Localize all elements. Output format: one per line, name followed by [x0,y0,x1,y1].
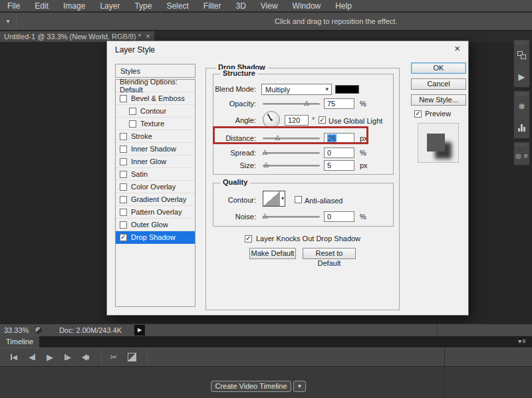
tab-timeline[interactable]: Timeline [0,336,39,348]
play-button[interactable]: ▶ [43,351,57,363]
spread-field[interactable]: 0 [324,148,354,158]
menu-filter[interactable]: Filter [196,1,229,11]
quality-legend: Quality [220,178,250,186]
histogram-panel-button[interactable] [514,117,529,138]
use-global-light-checkbox[interactable]: ✓ [319,116,326,124]
styles-item-inner-glow[interactable]: Inner Glow [116,155,195,168]
histogram-icon [518,124,525,132]
distance-row: Distance: △ 26 px [213,133,393,144]
status-flyout-button[interactable]: ▶ [134,325,145,336]
shadow-color-swatch[interactable] [335,85,359,94]
mute-audio-button[interactable] [78,351,93,363]
split-clip-button[interactable]: ✂ [106,351,121,363]
opacity-field[interactable]: 75 [324,98,354,109]
make-default-button[interactable]: Make Default [249,248,296,259]
checkbox[interactable] [120,158,127,165]
previous-frame-button[interactable]: ◀ [25,351,39,363]
preview-checkbox[interactable]: ✓ [414,110,422,118]
styles-item-bevel-emboss[interactable]: Bevel & Emboss [116,92,195,105]
menu-image[interactable]: Image [56,1,92,11]
size-slider[interactable]: △ [263,160,320,171]
styles-item-inner-shadow[interactable]: Inner Shadow [116,143,195,155]
menu-help[interactable]: Help [328,1,359,11]
controls-divider [147,350,148,365]
styles-item-contour[interactable]: Contour [116,105,195,118]
menu-select[interactable]: Select [159,1,196,11]
blend-mode-select[interactable]: Multiply ▾ [261,84,332,95]
menu-type[interactable]: Type [127,1,159,11]
slider-thumb-icon[interactable]: △ [263,212,268,219]
menu-file[interactable]: File [0,1,27,11]
new-style-button[interactable]: New Style... [411,94,466,106]
distance-field[interactable]: 26 [324,133,354,144]
tool-preset-picker[interactable]: ▾ [3,16,13,27]
layer-knocks-out-checkbox[interactable]: ✓ [245,235,252,243]
timeline-mode-dropdown[interactable]: ▾ [293,381,306,392]
styles-item-drop-shadow[interactable]: ✓ Drop Shadow [116,231,195,244]
panel-menu-icon[interactable]: ▾≡ [518,338,527,345]
styles-item-gradient-overlay[interactable]: Gradient Overlay [116,193,195,206]
menu-3d[interactable]: 3D [228,1,253,11]
opacity-slider[interactable]: △ [263,98,320,110]
styles-item-blending-options[interactable]: Blending Options: Default [116,80,195,92]
noise-field[interactable]: 0 [324,211,354,222]
zoom-level-field[interactable]: 33.33% [4,326,29,334]
info-panel-button[interactable]: ◎ ≡ [514,147,529,165]
angle-dial[interactable] [263,111,280,128]
blend-mode-row: Blend Mode: Multiply ▾ [213,84,393,95]
slider-thumb-icon[interactable]: △ [263,148,268,155]
layer-style-dialog: Layer Style × Styles Blending Options: D… [106,41,469,316]
next-frame-button[interactable]: ▶ [61,351,75,363]
checkbox[interactable] [129,120,136,128]
close-icon[interactable]: × [146,33,150,40]
spread-slider[interactable]: △ [263,148,320,159]
cancel-button[interactable]: Cancel [411,78,466,90]
anti-aliased-label: Anti-aliased [305,197,342,205]
dialog-close-button[interactable]: × [454,44,460,53]
first-frame-button[interactable]: ◀ [7,351,21,363]
anti-aliased-checkbox[interactable] [295,196,302,203]
checkbox[interactable] [120,146,127,153]
play-icon: ▶ [47,352,53,362]
styles-item-outer-glow[interactable]: Outer Glow [116,219,195,231]
checkbox[interactable] [120,196,127,203]
transition-button[interactable] [124,351,139,363]
styles-item-color-overlay[interactable]: Color Overlay [116,181,195,193]
menu-window[interactable]: Window [285,1,329,11]
checkbox[interactable] [120,95,127,102]
adjustments-panel-button[interactable]: ❄ [514,96,529,117]
options-bar: ▾ Click and drag to reposition the effec… [0,13,532,31]
checkbox[interactable] [120,209,127,216]
noise-slider[interactable]: △ [263,211,320,223]
styles-item-satin[interactable]: Satin [116,168,195,181]
clone-source-panel-button[interactable] [514,45,529,66]
styles-item-stroke[interactable]: Stroke [116,130,195,143]
styles-item-label: Satin [131,170,148,178]
checkbox[interactable] [120,183,127,191]
ok-button[interactable]: OK [411,62,466,74]
size-field[interactable]: 5 [324,160,354,171]
distance-slider[interactable]: △ [263,133,320,144]
contour-picker[interactable]: ▾ [263,191,285,207]
slider-thumb-icon[interactable]: △ [275,134,281,141]
styles-item-texture[interactable]: Texture [116,118,195,130]
angle-field[interactable]: 120 [285,115,309,126]
menu-layer[interactable]: Layer [92,1,127,11]
checkbox-checked[interactable]: ✓ [120,234,127,241]
checkbox[interactable] [129,108,136,115]
actions-panel-button[interactable]: ▶ [514,66,529,87]
slider-thumb-icon[interactable]: △ [263,161,269,168]
create-video-timeline-button[interactable]: Create Video Timeline [211,381,291,392]
slider-thumb-icon[interactable]: △ [304,99,309,106]
checkbox[interactable] [120,171,127,178]
checkbox[interactable] [120,221,127,229]
menu-edit[interactable]: Edit [27,1,56,11]
styles-item-pattern-overlay[interactable]: Pattern Overlay [116,206,195,219]
menu-view[interactable]: View [253,1,285,11]
checkbox[interactable] [120,133,127,140]
document-size-info: Doc: 2.00M/243.4K [48,326,133,334]
distance-label: Distance: [213,134,256,142]
clone-source-icon [517,51,526,59]
spread-unit: % [360,149,366,157]
reset-to-default-button[interactable]: Reset to Default [303,248,356,259]
